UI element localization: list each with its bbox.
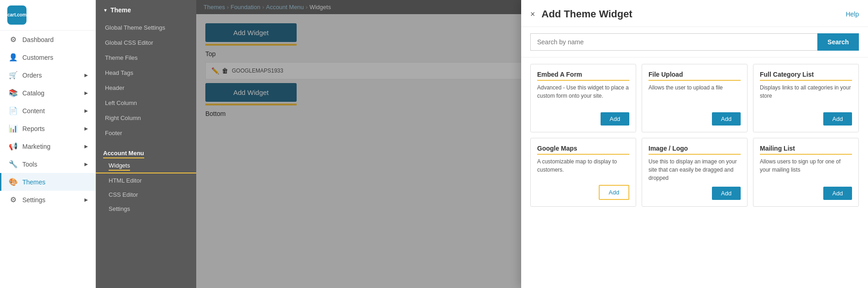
modal-search-button[interactable]: Search	[817, 33, 859, 51]
theme-arrow-icon: ▼	[103, 8, 108, 13]
widget-add-button-image-logo[interactable]: Add	[712, 187, 741, 200]
widget-card-desc: Allows users to sign up for one of your …	[760, 157, 852, 182]
widget-card-desc: Advanced - Use this widget to place a cu…	[537, 84, 629, 108]
sidebar-item-catalog[interactable]: 📚 Catalog ▶	[0, 84, 95, 102]
widget-grid: Embed A FormAdvanced - Use this widget t…	[530, 64, 859, 207]
widget-card-image-logo: Image / LogoUse this to display an image…	[642, 138, 748, 207]
sidebar-label-settings: Settings	[22, 196, 46, 204]
content-icon: 📄	[9, 106, 18, 115]
widget-add-button-file-upload[interactable]: Add	[712, 112, 741, 126]
add-widget-modal: × Add Theme Widget Help Search Embed A F…	[521, 0, 868, 288]
widget-card-title: File Upload	[648, 71, 741, 81]
reports-icon: 📊	[9, 124, 18, 133]
marketing-icon: 📢	[9, 142, 18, 151]
theme-sub-item-settings[interactable]: Settings	[96, 202, 196, 216]
theme-sub-item-html-editor[interactable]: HTML Editor	[96, 173, 196, 188]
theme-menu-item[interactable]: Theme Files	[96, 50, 196, 65]
widget-card-title: Embed A Form	[537, 71, 629, 81]
sidebar-label-content: Content	[22, 107, 45, 115]
sidebar-item-content[interactable]: 📄 Content ▶	[0, 102, 95, 120]
orders-icon: 🛒	[9, 71, 18, 79]
expand-icon: ▶	[84, 126, 88, 131]
sidebar-label-tools: Tools	[22, 161, 37, 168]
widget-card-google-maps: Google MapsA customizable map to display…	[530, 138, 636, 207]
widget-card-desc: Use this to display an image on your sit…	[648, 157, 741, 182]
modal-help-link[interactable]: Help	[846, 10, 859, 18]
theme-panel-header: ▼ Theme	[96, 0, 196, 20]
sidebar-item-orders[interactable]: 🛒 Orders ▶	[0, 66, 95, 84]
widget-add-button-embed-form[interactable]: Add	[601, 112, 629, 126]
sidebar-item-tools[interactable]: 🔧 Tools ▶	[0, 155, 95, 173]
theme-menu-item[interactable]: Left Column	[96, 95, 196, 110]
widget-card-file-upload: File UploadAllows the user to upload a f…	[642, 64, 748, 132]
widget-add-button-full-category-list[interactable]: Add	[823, 112, 852, 126]
sidebar-item-themes[interactable]: 🎨 Themes	[0, 173, 95, 191]
modal-body: Embed A FormAdvanced - Use this widget t…	[521, 58, 868, 288]
sidebar-label-dashboard: Dashboard	[22, 36, 54, 43]
sidebar-item-marketing[interactable]: 📢 Marketing ▶	[0, 137, 95, 155]
widget-card-title: Mailing List	[760, 145, 852, 155]
expand-icon: ▶	[84, 144, 88, 149]
modal-search-input[interactable]	[530, 33, 817, 51]
main-nav: ⚙ Dashboard 👤 Customers 🛒 Orders ▶ 📚 Cat…	[0, 31, 95, 288]
theme-menu-item[interactable]: Head Tags	[96, 65, 196, 80]
modal-close-button[interactable]: ×	[530, 10, 535, 19]
theme-menu-item[interactable]: Header	[96, 80, 196, 95]
widget-card-title: Full Category List	[760, 71, 852, 81]
sidebar-label-orders: Orders	[22, 72, 42, 79]
theme-menu-item[interactable]: Footer	[96, 126, 196, 141]
account-menu-section: Account Menu	[96, 145, 196, 158]
expand-icon: ▶	[84, 162, 88, 167]
widget-card-desc: Allows the user to upload a file	[648, 84, 741, 108]
sidebar-label-marketing: Marketing	[22, 143, 50, 150]
modal-title: Add Theme Widget	[542, 8, 846, 20]
widget-card-desc: Displays links to all categories in your…	[760, 84, 852, 108]
widget-card-embed-form: Embed A FormAdvanced - Use this widget t…	[530, 64, 636, 132]
sidebar-item-reports[interactable]: 📊 Reports ▶	[0, 120, 95, 137]
expand-icon: ▶	[84, 73, 88, 78]
tools-icon: 🔧	[9, 160, 18, 168]
sidebar: cart .com ⚙ Dashboard 👤 Customers 🛒 Orde…	[0, 0, 96, 288]
widget-card-title: Image / Logo	[648, 145, 741, 155]
theme-sub-item-css-editor[interactable]: CSS Editor	[96, 188, 196, 202]
theme-panel-title: Theme	[110, 6, 131, 14]
expand-icon: ▶	[84, 197, 88, 202]
widget-card-full-category-list: Full Category ListDisplays links to all …	[753, 64, 859, 132]
sidebar-item-customers[interactable]: 👤 Customers	[0, 48, 95, 66]
sidebar-label-reports: Reports	[22, 125, 45, 132]
sidebar-item-settings[interactable]: ⚙ Settings ▶	[0, 191, 95, 209]
catalog-icon: 📚	[9, 89, 18, 97]
expand-icon: ▶	[84, 108, 88, 113]
theme-menu-item[interactable]: Right Column	[96, 110, 196, 126]
widget-card-title: Google Maps	[537, 145, 629, 155]
theme-menu-item[interactable]: Global CSS Editor	[96, 35, 196, 50]
widget-add-button-google-maps[interactable]: Add	[599, 185, 629, 200]
themes-icon: 🎨	[9, 178, 18, 186]
widget-card-mailing-list: Mailing ListAllows users to sign up for …	[753, 138, 859, 207]
dashboard-icon: ⚙	[9, 35, 18, 44]
widget-card-desc: A customizable map to display to custome…	[537, 157, 629, 180]
theme-panel: ▼ Theme Global Theme SettingsGlobal CSS …	[96, 0, 196, 288]
theme-sub-item-widgets[interactable]: Widgets	[96, 158, 196, 173]
widget-add-button-mailing-list[interactable]: Add	[823, 187, 852, 200]
sidebar-label-themes: Themes	[22, 178, 46, 186]
logo: cart .com	[7, 5, 26, 25]
sidebar-label-customers: Customers	[22, 54, 53, 61]
theme-menu-item[interactable]: Global Theme Settings	[96, 20, 196, 35]
sidebar-label-catalog: Catalog	[22, 89, 44, 97]
customers-icon: 👤	[9, 53, 18, 62]
expand-icon: ▶	[84, 90, 88, 95]
modal-search-bar: Search	[521, 27, 868, 58]
settings-icon: ⚙	[9, 195, 18, 204]
modal-header: × Add Theme Widget Help	[521, 0, 868, 27]
logo-area: cart .com	[0, 0, 95, 31]
sidebar-item-dashboard[interactable]: ⚙ Dashboard	[0, 31, 95, 48]
